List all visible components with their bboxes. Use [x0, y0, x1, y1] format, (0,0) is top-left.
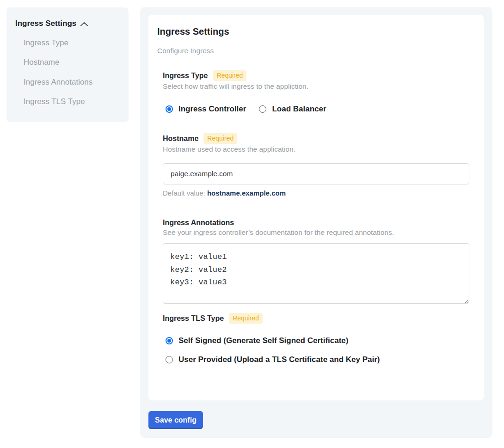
- save-config-button[interactable]: Save config: [148, 411, 203, 429]
- ingress-type-label: Ingress Type: [163, 70, 208, 81]
- config-panel: Ingress Settings Configure Ingress Ingre…: [140, 7, 492, 438]
- config-card: Ingress Settings Configure Ingress Ingre…: [148, 15, 484, 400]
- ingress-type-description: Select how traffic will ingress to the a…: [163, 83, 308, 90]
- ingress-controller-radio[interactable]: [166, 105, 173, 113]
- ingress-type-required-badge: Required: [213, 70, 247, 81]
- hostname-required-badge: Required: [203, 133, 237, 144]
- hostname-label: Hostname: [163, 133, 198, 144]
- ingress-tls-type-required-badge: Required: [229, 313, 263, 324]
- sidebar-group-header[interactable]: Ingress Settings: [15, 19, 88, 28]
- config-groups-sidebar: Ingress Settings Ingress Type Hostname I…: [6, 7, 129, 122]
- user-provided-radio-label[interactable]: User Provided (Upload a TLS Certificate …: [178, 356, 380, 364]
- page-subtitle: Configure Ingress: [157, 47, 214, 55]
- load-balancer-radio-label[interactable]: Load Balancer: [272, 105, 326, 113]
- hostname-default-value: hostname.example.com: [207, 189, 286, 197]
- sidebar-group-title: Ingress Settings: [15, 19, 76, 28]
- hostname-default-hint-label: Default value:: [163, 189, 205, 197]
- hostname-description: Hostname used to access the application.: [163, 146, 295, 153]
- sidebar-item-ingress-annotations[interactable]: Ingress Annotations: [24, 78, 92, 86]
- load-balancer-radio[interactable]: [259, 105, 266, 113]
- hostname-input[interactable]: [163, 163, 469, 184]
- ingress-annotations-label: Ingress Annotations: [163, 217, 234, 228]
- ingress-controller-radio-label[interactable]: Ingress Controller: [178, 105, 246, 113]
- ingress-annotations-description: See your ingress controller’s documentat…: [163, 229, 394, 236]
- sidebar-item-ingress-tls-type[interactable]: Ingress TLS Type: [24, 98, 85, 105]
- ingress-annotations-textarea[interactable]: key1: value1 key2: value2 key3: value3: [163, 243, 469, 304]
- chevron-up-icon: [80, 22, 88, 26]
- user-provided-radio[interactable]: [166, 356, 173, 363]
- self-signed-radio-label[interactable]: Self Signed (Generate Self Signed Certif…: [178, 337, 348, 345]
- page-title: Ingress Settings: [157, 26, 229, 37]
- ingress-tls-type-label: Ingress TLS Type: [163, 313, 224, 324]
- self-signed-radio[interactable]: [166, 337, 173, 344]
- sidebar-item-ingress-type[interactable]: Ingress Type: [24, 39, 68, 47]
- hostname-default-hint: Default value: hostname.example.com: [163, 190, 286, 197]
- sidebar-item-hostname[interactable]: Hostname: [24, 58, 59, 66]
